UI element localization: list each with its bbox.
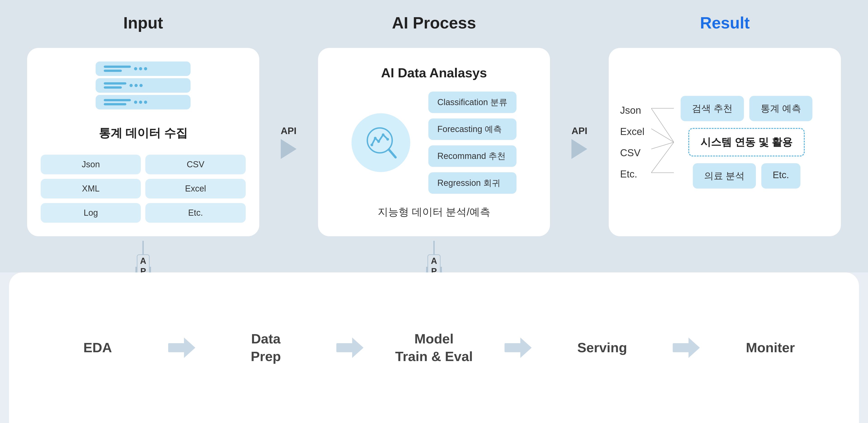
db-dot [129,84,133,87]
vert-line-1 [143,241,144,254]
page-wrapper: Input AI Process Result [0,0,868,423]
chart-icon-wrapper [351,113,410,172]
pipeline-dataprep: Data Prep [195,330,336,365]
result-cross-lines [651,99,674,185]
pipeline-label-dataprep: Data Prep [251,330,281,365]
pipeline-label-moniter: Moniter [746,339,795,357]
pipeline-arrow-1 [168,339,195,357]
result-bottom-boxes: 의료 분석 Etc. [693,163,800,188]
input-card: 통계 데이터 수집 Json CSV XML Excel Log Etc. [27,48,259,236]
method-recommand: Recommand 추천 [428,145,517,167]
db-dots-3 [134,100,147,104]
db-row-1 [96,61,191,76]
input-card-wrapper: 통계 데이터 수집 Json CSV XML Excel Log Etc. [27,48,259,236]
ai-title-cell: AI Process [318,13,550,41]
result-title-cell: Result [609,13,841,41]
db-dot [134,84,138,87]
db-line [104,103,126,105]
svg-point-5 [386,138,389,141]
cards-row: 통계 데이터 수집 Json CSV XML Excel Log Etc. AP… [0,48,868,236]
api-label-2: API [571,125,587,136]
result-card-wrapper: Json Excel CSV Etc. [609,48,841,236]
ai-process-title: AI Data Analasys [381,65,487,80]
result-format-excel: Excel [620,126,645,137]
result-lines-area [651,99,674,185]
svg-point-1 [370,144,373,146]
ai-subtitle: 지능형 데이터 분석/예측 [378,205,490,219]
result-card: Json Excel CSV Etc. [609,48,841,236]
db-dot [134,100,137,104]
db-dots [134,67,147,70]
format-xml: XML [41,179,141,199]
svg-point-3 [377,140,380,143]
db-line [104,66,131,68]
result-box-medical: 의료 분석 [693,163,756,188]
svg-line-10 [651,142,674,149]
db-lines-3 [104,99,131,105]
svg-line-12 [651,142,674,173]
svg-line-6 [389,149,396,157]
api-connector-2: API [563,48,595,236]
pipeline-arrow-2 [336,339,364,357]
method-classification: Classification 분류 [428,92,517,113]
db-dot [134,67,137,70]
result-dashed-center: 시스템 연동 및 활용 [688,128,804,156]
db-dot [140,84,143,87]
result-top-boxes: 검색 추천 통계 예측 [681,96,812,121]
pipeline-label-serving: Serving [577,339,627,357]
ai-title: AI Process [392,13,476,32]
result-output-col: 검색 추천 통계 예측 시스템 연동 및 활용 의료 분석 Etc. [681,96,812,188]
result-box-stats: 통계 예측 [749,96,813,121]
pipeline-arrow-4 [673,339,700,357]
result-format-etc: Etc. [620,169,645,180]
svg-line-8 [651,108,674,142]
ai-card-wrapper: AI Data Analasys [318,48,550,236]
svg-line-9 [651,129,674,142]
input-title-cell: Input [27,13,259,41]
ai-methods-list: Classification 분류 Forecasting 예측 Recomma… [428,92,517,194]
pipeline-label-eda: EDA [84,339,112,357]
pipeline-serving: Serving [532,339,673,357]
input-title: Input [123,13,163,32]
api-label-1: API [281,125,297,136]
fat-arrow-1 [168,339,195,357]
format-log: Log [41,203,141,223]
db-dot [144,67,147,70]
db-line [104,70,122,72]
result-title: Result [700,13,750,32]
ai-content: Classification 분류 Forecasting 예측 Recomma… [332,92,537,194]
pipeline-model-train: Model Train & Eval [364,330,504,365]
api-down-connectors-row: API API [0,236,868,272]
db-line [104,82,126,85]
pipeline-eda: EDA [27,339,168,357]
db-line [104,86,122,89]
titles-row: Input AI Process Result [0,0,868,48]
h-arrow-2 [571,139,587,159]
db-line [104,99,131,101]
fat-arrow-3 [504,339,532,357]
fat-arrow-2 [336,339,364,357]
result-box-search: 검색 추천 [681,96,744,121]
db-dot [144,100,147,104]
svg-point-2 [374,137,377,140]
ai-card: AI Data Analasys [318,48,550,236]
api-arrow-h-2: API [571,125,587,159]
fat-arrow-4 [673,339,700,357]
db-row-2 [96,78,191,93]
api-connector-1: API [273,48,305,236]
db-row-3 [96,95,191,110]
db-lines-2 [104,82,126,89]
input-label: 통계 데이터 수집 [99,125,188,141]
pipeline-label-model: Model Train & Eval [395,330,473,365]
api-arrow-h-1: API [281,125,297,159]
format-json: Json [41,155,141,174]
result-format-json: Json [620,105,645,116]
method-regression: Regression 회귀 [428,172,517,194]
pipeline-moniter: Moniter [700,339,841,357]
result-format-csv: CSV [620,147,645,158]
database-icon [96,61,191,110]
db-dot [139,67,142,70]
h-arrow-1 [281,139,297,159]
db-lines-1 [104,66,131,72]
db-dot [139,100,142,104]
